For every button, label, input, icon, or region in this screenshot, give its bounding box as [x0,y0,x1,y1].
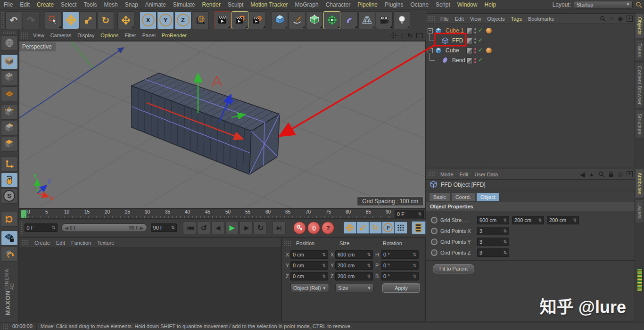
enabled-check-icon[interactable]: ✓ [478,57,483,63]
layer-tag[interactable] [466,48,473,54]
spinner-icon[interactable]: ⇅ [413,263,416,268]
rotation-p-field[interactable]: 0 °⇅ [381,261,419,270]
expander-icon[interactable]: − [428,28,433,33]
menu-file[interactable]: File [4,1,13,8]
add-cube-button[interactable] [271,11,288,29]
add-light-button[interactable] [393,11,410,29]
spinner-icon[interactable]: ⇅ [503,239,507,244]
coords-mode-dropdown[interactable]: Object (Rel) ▼ [290,284,329,292]
menu-plugins[interactable]: Plugins [385,1,403,8]
visibility-dots[interactable] [474,58,476,60]
last-tool-button[interactable] [117,11,134,29]
enabled-check-icon[interactable]: ✓ [478,37,483,43]
reset-grid-points-y-radio[interactable] [431,239,438,245]
spinner-icon[interactable]: ⇅ [418,212,421,216]
material-tag[interactable] [486,48,492,53]
lock-x-axis-button[interactable]: X [140,11,157,29]
spinner-icon[interactable]: ⇅ [413,274,416,279]
edges-mode-button[interactable] [1,121,18,136]
keyframe-selection-button[interactable]: ? [322,222,334,234]
camera-label[interactable]: Perspective [19,42,56,51]
menu-sculpt[interactable]: Sculpt [228,1,243,8]
make-editable-button[interactable] [1,35,18,50]
grid-size-y-field[interactable]: 200 cm⇅ [512,216,544,224]
menu-render[interactable]: Render [202,1,221,8]
menu-tools[interactable]: Tools [83,1,97,8]
workplane-options-button[interactable] [1,247,18,262]
vp-menu-prorender[interactable]: ProRender [162,33,187,38]
om-menu-edit[interactable]: Edit [455,16,464,22]
move-tool-button[interactable] [62,11,79,29]
end-frame-field[interactable]: 90 F ⇅ [151,223,177,232]
vp-menu-panel[interactable]: Panel [142,33,156,38]
grid-size-z-field[interactable]: 200 cm⇅ [547,216,579,224]
redo-button[interactable]: ↷ [23,11,40,29]
attr-menu-user-data[interactable]: User Data [475,172,498,177]
coords-size-dropdown[interactable]: Size ▼ [335,284,374,292]
vp-menu-cameras[interactable]: Cameras [50,33,72,38]
mat-menu-create[interactable]: Create [34,240,50,246]
menu-window[interactable]: Window [457,1,478,8]
undo-button[interactable]: ↶ [5,11,22,29]
spinner-icon[interactable]: ⇅ [367,274,371,279]
tab-layers[interactable]: Layers [635,199,644,223]
spinner-icon[interactable]: ⇅ [503,229,507,233]
anim-grip[interactable] [20,221,23,234]
fit-to-parent-button[interactable]: Fit to Parent [433,264,474,273]
spinner-icon[interactable]: ⇅ [538,218,542,223]
autokey-button[interactable]: ( ) [307,222,320,234]
play-loop-button[interactable]: ↻ [254,221,267,234]
om-menu-objects[interactable]: Objects [487,16,504,22]
render-picture-viewer-button[interactable] [231,11,248,29]
key-parameter-button[interactable]: P [382,222,395,234]
render-settings-button[interactable] [249,11,266,29]
key-rotation-button[interactable]: ↻ [369,222,382,234]
coordinate-system-button[interactable] [192,11,209,29]
size-z-field[interactable]: 200 cm⇅ [335,272,373,280]
add-bend-button[interactable] [341,11,358,29]
status-grip[interactable] [3,324,9,329]
add-camera-button[interactable] [376,11,393,29]
position-y-field[interactable]: 0 cm⇅ [290,261,328,270]
menu-character[interactable]: Character [326,1,351,8]
menu-edit[interactable]: Edit [20,1,30,8]
rotation-b-field[interactable]: 0 °⇅ [381,272,419,280]
grid-points-z-field[interactable]: 3⇅ [477,248,509,257]
viewport-grip[interactable] [21,32,28,39]
add-floor-button[interactable] [358,11,375,29]
search-icon[interactable] [600,16,606,22]
grid-size-x-field[interactable]: 600 cm⇅ [477,216,509,224]
visibility-dots[interactable] [474,38,476,40]
range-left-arrow-icon[interactable]: ◀ [65,225,68,231]
axis-mode-button[interactable] [1,157,18,172]
layout-dropdown[interactable]: Startup ▼ [574,1,633,8]
mat-menu-function[interactable]: Function [71,240,91,246]
reset-grid-points-x-radio[interactable] [431,228,438,234]
vp-menu-view[interactable]: View [33,33,44,38]
rotation-h-field[interactable]: 0 °⇅ [381,250,419,259]
material-tag[interactable] [486,28,492,33]
vp-menu-display[interactable]: Display [77,33,94,38]
menu-mograph[interactable]: MoGraph [295,1,319,8]
material-grip[interactable] [21,239,29,246]
eye-icon[interactable]: ◉ [618,16,623,22]
ffd-box[interactable] [132,73,280,174]
rotate-view-icon[interactable]: ↻ [407,33,413,39]
timeline-mode-button[interactable] [412,221,426,234]
add-panel-icon[interactable]: + [627,171,633,177]
spinner-icon[interactable]: ⇅ [573,218,577,223]
toolbar-grip[interactable] [1,11,4,29]
size-x-field[interactable]: 600 cm⇅ [335,250,373,259]
coords-grip[interactable] [284,240,291,247]
live-selection-button[interactable] [45,11,62,29]
attr-menu-mode[interactable]: Mode [440,172,454,177]
lock-workplane-button[interactable] [1,231,18,246]
apply-button[interactable]: Apply [382,283,420,293]
om-grip[interactable] [428,16,436,22]
menu-snap[interactable]: Snap [125,1,138,8]
spinner-icon[interactable]: ⇅ [322,263,326,268]
material-list-area[interactable] [19,248,281,322]
play-backwards-button[interactable]: ↺ [197,221,210,234]
visibility-dots[interactable] [474,48,476,50]
grid-points-y-field[interactable]: 3⇅ [477,238,509,246]
